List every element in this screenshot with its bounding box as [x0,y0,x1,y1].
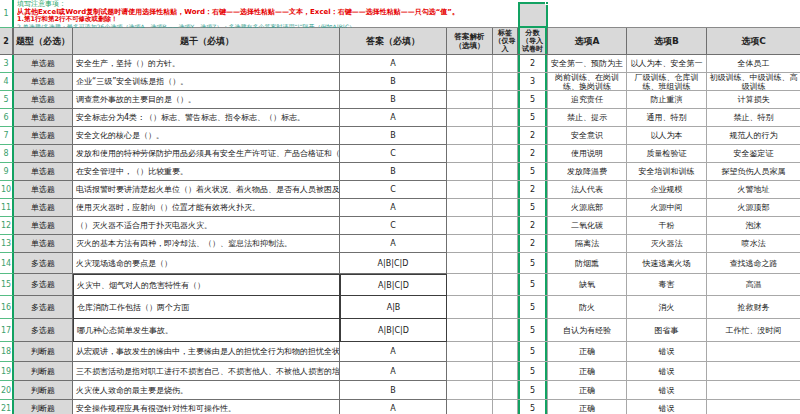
cell-score-selected[interactable]: 2 [518,217,548,235]
cell-tag[interactable] [493,296,518,319]
selected-cell-f1[interactable] [518,2,548,28]
cell-question-type[interactable]: 多选题 [14,253,73,274]
fill-instructions-cell[interactable]: 填写注意事项： 从其他Excel或Word复制试题时请使用选择性粘贴，Word：… [17,0,547,28]
cell-answer-analysis[interactable] [447,91,493,109]
header-question-type[interactable]: 题型（必选） [14,28,73,55]
cell-option-c[interactable]: 安全鉴定证 [707,145,800,163]
cell-option-c[interactable]: 计算损失 [707,91,800,109]
header-option-c[interactable]: 选项C [707,28,800,55]
cell-question-type[interactable]: 单选题 [14,163,73,181]
selection-fill-handle[interactable] [545,1,549,5]
cell-score-selected[interactable]: 5 [518,362,548,381]
cell-answer-analysis[interactable] [447,381,493,400]
cell-question-stem[interactable]: 在安全管理中，（）比较重要。 [73,163,340,181]
cell-tag[interactable] [493,109,518,127]
cell-question-stem[interactable]: 企业“三级”安全训练是指（）。 [73,73,340,91]
cell-question-stem[interactable]: 发放和使用的特种劳保防护用品必须具有安全生产许可证、产品合格证和（）。 [73,145,340,163]
cell-tag[interactable] [493,400,518,414]
cell-question-stem[interactable]: 安全生产，坚持（）的方针。 [73,55,340,73]
cell-question-type[interactable]: 判断题 [14,362,73,381]
cell-question-type[interactable]: 判断题 [14,342,73,362]
cell-answer[interactable]: A [340,199,447,217]
cell-option-a[interactable]: 正确 [548,342,627,362]
cell-tag[interactable] [493,381,518,400]
cell-tag[interactable] [493,145,518,163]
cell-question-type[interactable]: 单选题 [14,199,73,217]
cell-question-type[interactable]: 多选题 [14,319,73,342]
cell-question-type[interactable]: 单选题 [14,55,73,73]
cell-question-stem[interactable]: 火灾现场逃命的要点是（） [73,253,340,274]
cell-answer[interactable]: A|B [340,296,447,319]
cell-option-c[interactable]: 抢救财务 [707,296,800,319]
cell-score-selected[interactable]: 5 [518,253,548,274]
cell-score-selected[interactable]: 5 [518,381,548,400]
cell-score-selected[interactable]: 5 [518,274,548,296]
cell-answer[interactable]: C [340,181,447,199]
cell-question-type[interactable]: 多选题 [14,274,73,296]
cell-tag[interactable] [493,91,518,109]
row-number[interactable]: 16 [0,296,14,319]
cell-option-b[interactable]: 安全培训和训练 [627,163,707,181]
cell-question-stem[interactable]: 安全文化的核心是（）。 [73,127,340,145]
row-number[interactable]: 7 [0,127,14,145]
cell-question-type[interactable]: 单选题 [14,145,73,163]
cell-option-c[interactable]: 喷水法 [707,235,800,253]
cell-answer-analysis[interactable] [447,73,493,91]
cell-option-b[interactable]: 消火 [627,296,707,319]
row-number[interactable]: 6 [0,109,14,127]
cell-question-stem[interactable]: 火灾中、烟气对人的危害特性有（） [73,274,340,296]
cell-question-stem[interactable]: 电话报警时要讲清楚起火单位（）着火状况、着火物品、是否有人员被困及报警用的电话和… [73,181,340,199]
cell-option-a[interactable]: 防烟熏 [548,253,627,274]
cell-score-selected[interactable]: 5 [518,400,548,414]
header-option-b[interactable]: 选项B [627,28,707,55]
cell-option-b[interactable]: 厂级训练、仓库训练、班组训练 [627,73,707,91]
cell-answer[interactable]: A [340,235,447,253]
cell-option-b[interactable]: 以人为本、安全第一 [627,55,707,73]
cell-question-stem[interactable]: 安全操作规程应具有很强针对性和可操作性。 [73,400,340,414]
cell-answer-analysis[interactable] [447,400,493,414]
header-answer[interactable]: 答案（必填） [340,28,447,55]
cell-option-c[interactable]: 查找逃命之路 [707,253,800,274]
cell-answer[interactable]: A|B|C|D [340,319,447,342]
cell-answer-analysis[interactable] [447,199,493,217]
cell-question-stem[interactable]: 安全标志分为4类：（）标志、警告标志、指令标志、（）标志。 [73,109,340,127]
row-number[interactable]: 3 [0,55,14,73]
cell-answer-analysis[interactable] [447,163,493,181]
cell-question-type[interactable]: 判断题 [14,400,73,414]
cell-answer-analysis[interactable] [447,127,493,145]
cell-tag[interactable] [493,55,518,73]
cell-question-stem[interactable]: 仓库消防工作包括（）两个方面 [73,296,340,319]
cell-score-selected[interactable]: 5 [518,199,548,217]
cell-score-selected[interactable]: 3 [518,73,548,91]
cell-score-selected[interactable]: 5 [518,296,548,319]
cell-answer-analysis[interactable] [447,235,493,253]
cell-answer[interactable]: A|B|C|D [340,253,447,274]
header-tag[interactable]: 标签（仅导入 [493,28,518,55]
cell-tag[interactable] [493,235,518,253]
cell-answer[interactable]: A|B|C|D [340,274,447,296]
cell-answer-analysis[interactable] [447,362,493,381]
cell-question-type[interactable]: 单选题 [14,217,73,235]
cell-question-type[interactable]: 单选题 [14,91,73,109]
cell-question-stem[interactable]: （）灭火器不适合用于扑灭电器火灾。 [73,217,340,235]
row-number[interactable]: 12 [0,217,14,235]
cell-answer[interactable]: A [340,362,447,381]
cell-question-type[interactable]: 判断题 [14,381,73,400]
cell-option-b[interactable]: 灭火器法 [627,235,707,253]
cell-answer-analysis[interactable] [447,55,493,73]
cell-question-stem[interactable]: 灭火的基本方法有四种，即冷却法、（）、窒息法和抑制法。 [73,235,340,253]
cell-question-type[interactable]: 单选题 [14,127,73,145]
cell-answer-analysis[interactable] [447,109,493,127]
cell-tag[interactable] [493,163,518,181]
cell-tag[interactable] [493,181,518,199]
cell-option-c[interactable]: 火警地址 [707,181,800,199]
cell-option-a[interactable]: 自认为有经验 [548,319,627,342]
row-number[interactable]: 11 [0,199,14,217]
row-number[interactable]: 5 [0,91,14,109]
cell-option-b[interactable]: 火源中间 [627,199,707,217]
cell-tag[interactable] [493,73,518,91]
cell-answer[interactable]: A [340,109,447,127]
row-number[interactable]: 19 [0,362,14,381]
cell-answer[interactable]: A [340,400,447,414]
cell-option-b[interactable]: 错误 [627,381,707,400]
